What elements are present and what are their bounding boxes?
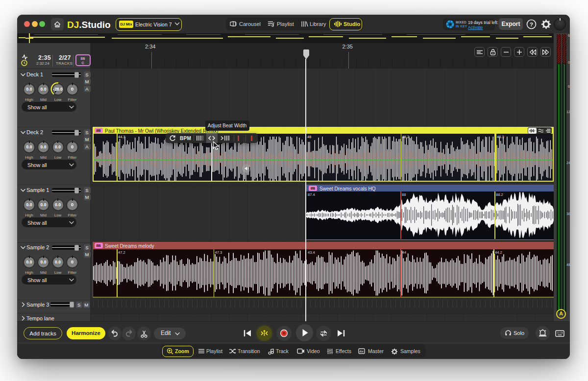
svg-text:?: ? <box>530 22 533 27</box>
